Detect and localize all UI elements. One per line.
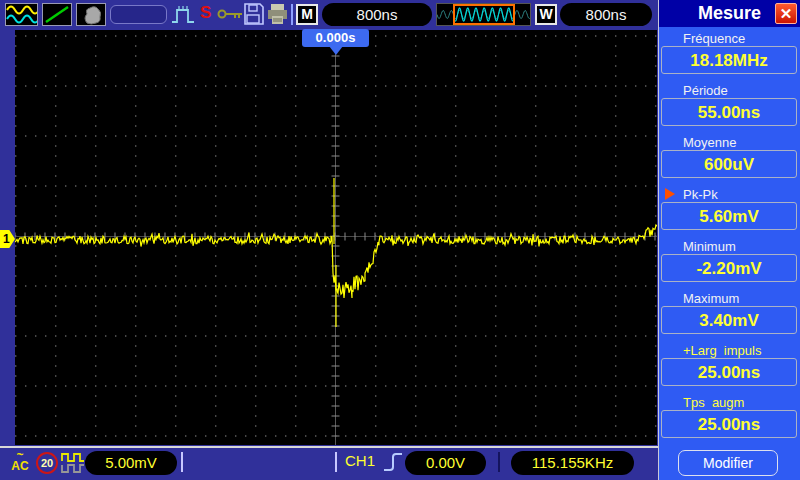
measurement-value: 55.00ns <box>661 98 797 126</box>
pulse-width-icon[interactable] <box>171 3 197 30</box>
measurement-label[interactable]: Moyenne <box>659 135 800 150</box>
invert-icon <box>61 450 85 480</box>
bottombar-separator <box>335 452 337 472</box>
save-icon[interactable] <box>243 3 264 29</box>
window-timebase-value: 800ns <box>560 3 652 26</box>
window-timebase-label: W <box>535 4 557 25</box>
bottombar-separator <box>181 452 183 472</box>
oscilloscope-screen: S M 800ns W 800ns 0.000s 1 <box>0 0 800 480</box>
measurement-label[interactable]: Tps augm <box>659 395 800 410</box>
hand-icon[interactable] <box>76 3 106 26</box>
measurement-label[interactable]: Pk-Pk <box>659 187 800 202</box>
entry-field[interactable] <box>110 5 167 24</box>
rising-edge-icon <box>383 449 403 480</box>
trigger-level-value: 0.00V <box>405 451 486 475</box>
main-timebase-value: 800ns <box>322 3 432 26</box>
trigger-frequency-value: 115.155KHz <box>511 451 634 475</box>
measurement-value: -2.20mV <box>661 254 797 282</box>
main-timebase-label: M <box>296 4 318 25</box>
measure-panel: Mesure ✕ Fréquence18.18MHzPériode55.00ns… <box>658 0 800 480</box>
volts-per-div-value: 5.00mV <box>85 451 177 475</box>
waveform-display <box>15 30 657 445</box>
channels-icon[interactable] <box>5 3 38 26</box>
bottombar-separator <box>498 452 500 472</box>
measurement-label[interactable]: Minimum <box>659 239 800 254</box>
measurement-value: 18.18MHz <box>661 46 797 74</box>
measurement-label[interactable]: Fréquence <box>659 31 800 46</box>
bezel-divider <box>0 446 658 448</box>
measurement-value: 25.00ns <box>661 358 797 386</box>
channel1-marker[interactable]: 1 <box>0 230 15 248</box>
measurement-value: 600uV <box>661 150 797 178</box>
measurement-label[interactable]: Maximum <box>659 291 800 306</box>
ac-coupling-icon: ~AC <box>7 450 33 472</box>
measurement-value: 5.60mV <box>661 202 797 230</box>
measurement-label[interactable]: Période <box>659 83 800 98</box>
key-icon <box>217 4 244 28</box>
s-indicator: S <box>200 3 211 23</box>
trigger-position-pointer <box>329 46 343 55</box>
trigger-source-label: CH1 <box>345 452 375 469</box>
modify-button[interactable]: Modifier <box>678 450 778 476</box>
measurement-label[interactable]: +Larg impuls <box>659 343 800 358</box>
toolbar-separator <box>291 4 293 25</box>
print-icon[interactable] <box>266 3 289 29</box>
bandwidth-limit-badge: 20 <box>36 452 58 474</box>
waveform-preview[interactable] <box>436 3 531 26</box>
measurement-value: 3.40mV <box>661 306 797 334</box>
trigger-position-tag[interactable]: 0.000s <box>302 29 369 47</box>
measurement-value: 25.00ns <box>661 410 797 438</box>
selected-arrow-icon <box>665 188 675 200</box>
vector-line-icon[interactable] <box>42 3 72 26</box>
close-icon[interactable]: ✕ <box>775 3 797 24</box>
